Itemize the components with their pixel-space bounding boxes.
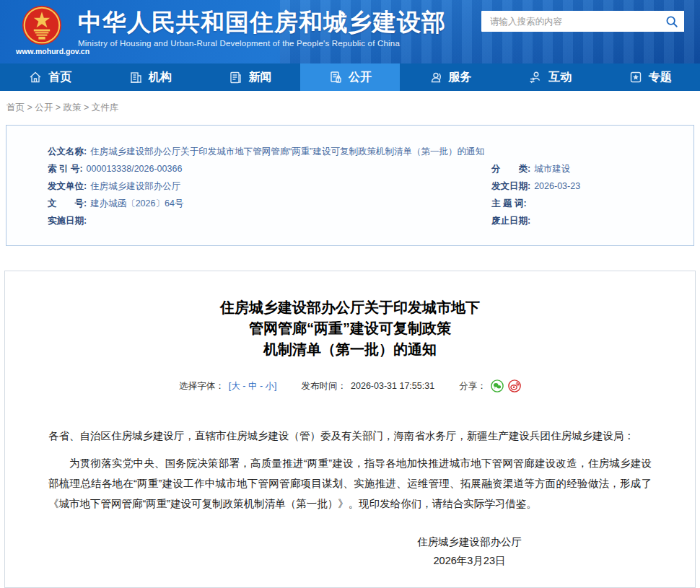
meta-label: 公文名称:: [48, 143, 87, 160]
meta-value: 住房城乡建设部办公厅关于印发城市地下管网管廊“两重”建设可复制政策机制清单（第一…: [90, 143, 484, 160]
nav-item-service[interactable]: 服务: [400, 63, 500, 91]
meta-row-issue-date: 发文日期: 2026-03-23: [491, 177, 679, 195]
nav-label: 专题: [649, 70, 672, 85]
meta-value: 000013338/2026-00366: [87, 160, 183, 177]
meta-value: 住房城乡建设部办公厅: [90, 177, 180, 195]
body-paragraph: 为贯彻落实党中央、国务院决策部署，高质量推进“两重”建设，指导各地加快推进城市地…: [48, 453, 652, 514]
meta-value: 城市建设: [534, 160, 570, 177]
site-header: www.mohurd.gov.cn 中华人民共和国住房和城乡建设部 Minist…: [0, 0, 700, 63]
disclosure-icon: [328, 70, 343, 84]
organization-icon: [128, 70, 143, 84]
font-size-small[interactable]: 小: [266, 381, 275, 391]
search-box: [481, 11, 684, 32]
meta-label: 文 号:: [48, 195, 87, 212]
nav-item-disclosure[interactable]: 公开: [300, 63, 401, 91]
nav-label: 公开: [349, 70, 372, 85]
nav-item-interaction[interactable]: 互动: [500, 63, 600, 91]
article-body: 各省、自治区住房城乡建设厅，直辖市住房城乡建设（管）委及有关部门，海南省水务厅，…: [5, 426, 695, 570]
meta-row-issuing-unit: 发文单位: 住房城乡建设部办公厅: [48, 177, 491, 195]
doc-meta-box: 公文名称: 住房城乡建设部办公厅关于印发城市地下管网管廊“两重”建设可复制政策机…: [6, 125, 694, 246]
article-title-line: 住房城乡建设部办公厅关于印发城市地下: [5, 297, 695, 318]
main-nav: 首页 机构 新闻 公开: [0, 63, 700, 91]
meta-row-doc-name: 公文名称: 住房城乡建设部办公厅关于印发城市地下管网管廊“两重”建设可复制政策机…: [48, 143, 679, 160]
separator: -: [240, 381, 248, 391]
meta-label: 废止日期:: [491, 212, 530, 229]
meta-label: 实施日期:: [48, 212, 87, 229]
site-subtitle: Ministry of Housing and Urban-Rural Deve…: [78, 39, 446, 48]
search-input[interactable]: [481, 17, 660, 27]
meta-label: 发文日期:: [491, 177, 530, 195]
meta-value: 2026-03-23: [534, 177, 580, 195]
meta-label: 索 引 号:: [48, 160, 83, 177]
wechat-icon[interactable]: [491, 379, 504, 392]
font-size-large[interactable]: 大: [231, 381, 240, 391]
meta-label: 发文单位:: [48, 177, 87, 195]
nav-label: 机构: [149, 70, 172, 85]
meta-row-repeal-date: 废止日期:: [491, 212, 679, 229]
signature-org: 住房城乡建设部办公厅: [417, 532, 522, 551]
bracket: ]: [274, 381, 276, 391]
news-icon: [228, 70, 242, 84]
meta-row-subject-words: 主 题 词:: [491, 195, 679, 212]
nav-item-organization[interactable]: 机构: [100, 63, 201, 91]
page: www.mohurd.gov.cn 中华人民共和国住房和城乡建设部 Minist…: [0, 0, 700, 588]
meta-row-index-no: 索 引 号: 000013338/2026-00366: [48, 160, 491, 177]
article-container: 住房城乡建设部办公厅关于印发城市地下 管网管廊“两重”建设可复制政策 机制清单（…: [4, 271, 696, 588]
nav-label: 首页: [48, 70, 71, 85]
meta-row-category: 分 类: 城市建设: [491, 160, 679, 177]
nav-item-home[interactable]: 首页: [0, 63, 100, 91]
home-icon: [28, 70, 43, 84]
meta-label: 主 题 词:: [491, 195, 527, 212]
article-title-line: 管网管廊“两重”建设可复制政策: [5, 318, 695, 339]
salutation-paragraph: 各省、自治区住房城乡建设厅，直辖市住房城乡建设（管）委及有关部门，海南省水务厅，…: [48, 426, 652, 446]
nav-label: 互动: [548, 70, 572, 85]
site-title: 中华人民共和国住房和城乡建设部: [78, 8, 446, 37]
article-title-line: 机制清单（第一批）的通知: [5, 339, 695, 360]
interaction-icon: [528, 70, 543, 84]
meta-label: 分 类:: [491, 160, 530, 177]
signature-date: 2026年3月23日: [417, 551, 522, 570]
service-icon: [429, 70, 443, 84]
weibo-icon[interactable]: [508, 379, 521, 392]
signature-block: 住房城乡建设部办公厅 2026年3月23日: [417, 532, 522, 570]
font-size-medium[interactable]: 中: [248, 381, 258, 391]
nav-item-news[interactable]: 新闻: [200, 63, 300, 91]
article-title: 住房城乡建设部办公厅关于印发城市地下 管网管廊“两重”建设可复制政策 机制清单（…: [5, 297, 695, 360]
publish-time-label: 发布时间：: [302, 380, 347, 392]
topics-icon: [629, 70, 643, 84]
publish-time-value: 2026-03-31 17:55:31: [351, 381, 434, 391]
search-icon: [665, 15, 678, 28]
site-brand[interactable]: www.mohurd.gov.cn 中华人民共和国住房和城乡建设部 Minist…: [16, 4, 446, 56]
share-label: 分享：: [459, 380, 486, 392]
separator: -: [257, 381, 265, 391]
article-meta-bar: 选择字体： [大 - 中 - 小] 发布时间： 2026-03-31 17:55…: [5, 379, 695, 392]
breadcrumb[interactable]: 首页 > 公开 > 政策 > 文件库: [0, 91, 700, 114]
meta-row-doc-number: 文 号: 建办城函〔2026〕64号: [48, 195, 491, 212]
font-size-selector: [大 - 中 - 小]: [229, 380, 277, 392]
national-emblem-icon: [22, 5, 62, 45]
nav-label: 服务: [449, 70, 472, 85]
search-button[interactable]: [660, 11, 684, 32]
site-url: www.mohurd.gov.cn: [16, 47, 68, 56]
meta-row-implement-date: 实施日期:: [48, 212, 491, 229]
font-size-label: 选择字体：: [179, 380, 224, 392]
nav-label: 新闻: [248, 70, 271, 85]
meta-value: 建办城函〔2026〕64号: [90, 195, 183, 212]
nav-item-topics[interactable]: 专题: [600, 63, 700, 91]
